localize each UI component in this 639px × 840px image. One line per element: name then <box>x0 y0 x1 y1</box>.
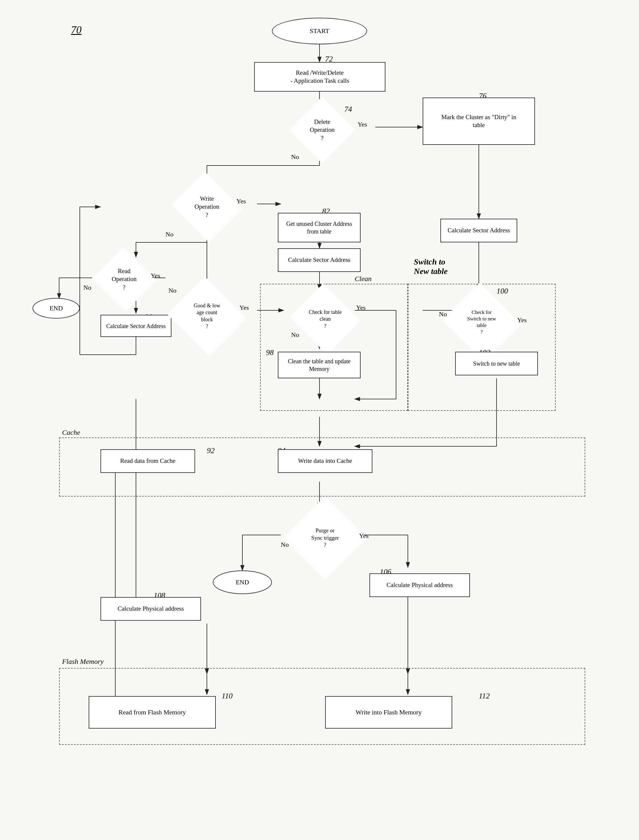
end-node-2: END <box>213 570 272 594</box>
label-no-88: No <box>83 284 91 291</box>
node-104-diamond: Purge orSync trigger? <box>283 496 367 580</box>
tag-110: 110 <box>222 692 233 700</box>
tag-100: 100 <box>496 287 508 295</box>
node-76: Mark the Cluster as "Dirty" intable <box>423 97 535 145</box>
node-88-diamond: ReadOperation? <box>92 247 156 311</box>
label-yes-74: Yes <box>358 121 367 128</box>
node-80-diamond: WriteOperation? <box>172 171 242 242</box>
label-no-96: No <box>291 331 299 339</box>
node-92: Read data from Cache <box>100 449 195 473</box>
diagram-number: 70 <box>71 24 81 36</box>
label-no-74: No <box>291 153 299 161</box>
label-yes-86: Yes <box>239 304 249 311</box>
tag-98: 98 <box>266 348 274 357</box>
node-102: Switch to new table <box>455 352 538 375</box>
flash-label: Flash Memory <box>62 657 104 665</box>
tag-74: 74 <box>344 105 352 114</box>
label-no-104: No <box>281 541 289 549</box>
label-yes-96: Yes <box>356 304 366 311</box>
node-110: Read from Flash Memory <box>89 696 216 729</box>
node-86-diamond: Good & lowage countblock? <box>167 277 247 356</box>
label-no-80: No <box>165 230 173 238</box>
clean-label: Clean <box>354 275 372 283</box>
cache-label: Cache <box>62 429 80 437</box>
tag-92: 92 <box>207 446 215 455</box>
switch-new-table-label: Switch toNew table <box>414 257 447 276</box>
node-78: Calculate Sector Address <box>440 219 517 242</box>
node-72: Read /Write/Delete- Application Task cal… <box>254 62 385 92</box>
end-node-1: END <box>32 298 80 319</box>
flowchart-diagram: 70 START 72 Read /Write/Delete- Applicat… <box>0 0 639 840</box>
node-82: Get unused Cluster Addressfrom table <box>278 213 361 242</box>
tag-112: 112 <box>479 692 490 700</box>
node-106: Calculate Physical address <box>369 573 470 597</box>
label-yes-100: Yes <box>517 316 527 324</box>
label-yes-80: Yes <box>237 197 246 205</box>
node-94: Write data into Cache <box>278 449 372 473</box>
label-no-86: No <box>168 287 176 294</box>
node-90: Calculate Sector Address <box>100 315 172 337</box>
node-98: Clean the table and updateMemory <box>278 352 361 378</box>
label-no-100: No <box>439 310 447 318</box>
label-yes-88: Yes <box>151 272 160 279</box>
node-112: Write into Flash Memory <box>325 696 452 729</box>
label-yes-104: Yes <box>359 532 369 540</box>
node-108: Calculate Physical address <box>100 597 201 621</box>
node-84: Calculate Sector Address <box>278 248 361 272</box>
start-node: START <box>272 18 367 44</box>
